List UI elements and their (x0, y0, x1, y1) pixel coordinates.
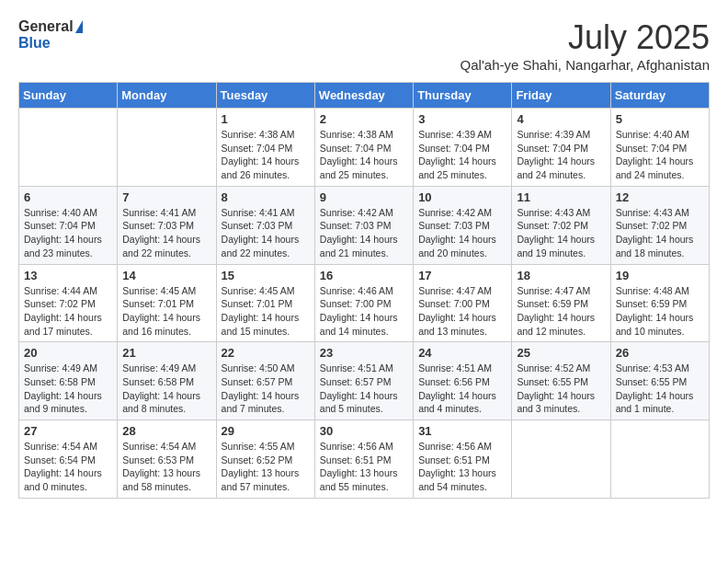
calendar-week-row: 20Sunrise: 4:49 AM Sunset: 6:58 PM Dayli… (19, 342, 710, 420)
calendar-cell: 21Sunrise: 4:49 AM Sunset: 6:58 PM Dayli… (118, 342, 216, 420)
calendar-cell: 9Sunrise: 4:42 AM Sunset: 7:03 PM Daylig… (314, 186, 413, 264)
calendar-cell: 29Sunrise: 4:55 AM Sunset: 6:52 PM Dayli… (216, 420, 314, 499)
day-info: Sunrise: 4:38 AM Sunset: 7:04 PM Dayligh… (320, 128, 408, 182)
calendar-header-monday: Monday (118, 83, 216, 109)
day-info: Sunrise: 4:39 AM Sunset: 7:04 PM Dayligh… (418, 128, 506, 182)
day-number: 31 (418, 424, 506, 438)
day-info: Sunrise: 4:45 AM Sunset: 7:01 PM Dayligh… (222, 284, 310, 339)
calendar-cell: 31Sunrise: 4:56 AM Sunset: 6:51 PM Dayli… (414, 420, 512, 499)
day-number: 27 (24, 424, 112, 438)
calendar-cell: 3Sunrise: 4:39 AM Sunset: 7:04 PM Daylig… (414, 109, 512, 187)
day-info: Sunrise: 4:51 AM Sunset: 6:57 PM Dayligh… (320, 362, 408, 416)
day-info: Sunrise: 4:50 AM Sunset: 6:57 PM Dayligh… (222, 362, 310, 416)
day-info: Sunrise: 4:47 AM Sunset: 7:00 PM Dayligh… (418, 284, 506, 339)
day-number: 15 (222, 269, 310, 282)
day-info: Sunrise: 4:51 AM Sunset: 6:56 PM Dayligh… (418, 362, 506, 416)
day-number: 26 (616, 346, 704, 360)
calendar-week-row: 6Sunrise: 4:40 AM Sunset: 7:04 PM Daylig… (19, 186, 710, 264)
day-number: 9 (320, 190, 408, 204)
calendar-cell (19, 109, 118, 187)
calendar-cell: 30Sunrise: 4:56 AM Sunset: 6:51 PM Dayli… (314, 420, 413, 499)
day-number: 18 (517, 269, 605, 282)
calendar-cell: 5Sunrise: 4:40 AM Sunset: 7:04 PM Daylig… (610, 109, 709, 187)
calendar-cell: 14Sunrise: 4:45 AM Sunset: 7:01 PM Dayli… (118, 264, 216, 342)
calendar-cell (610, 420, 709, 499)
logo-blue-text: Blue (18, 35, 83, 52)
calendar-header-saturday: Saturday (610, 83, 709, 109)
day-info: Sunrise: 4:42 AM Sunset: 7:03 PM Dayligh… (418, 206, 506, 260)
month-title: July 2025 (461, 18, 710, 57)
day-info: Sunrise: 4:39 AM Sunset: 7:04 PM Dayligh… (517, 128, 605, 182)
day-number: 30 (320, 424, 408, 438)
day-number: 1 (222, 112, 310, 126)
day-info: Sunrise: 4:40 AM Sunset: 7:04 PM Dayligh… (24, 206, 112, 260)
day-info: Sunrise: 4:54 AM Sunset: 6:54 PM Dayligh… (24, 440, 112, 494)
day-number: 17 (418, 269, 506, 282)
day-number: 22 (222, 346, 310, 360)
day-info: Sunrise: 4:44 AM Sunset: 7:02 PM Dayligh… (24, 284, 112, 339)
day-info: Sunrise: 4:46 AM Sunset: 7:00 PM Dayligh… (320, 284, 408, 339)
location-title: Qal'ah-ye Shahi, Nangarhar, Afghanistan (461, 57, 710, 73)
day-number: 5 (616, 112, 704, 126)
day-info: Sunrise: 4:54 AM Sunset: 6:53 PM Dayligh… (122, 440, 210, 494)
logo-general-text: General (18, 18, 74, 35)
day-info: Sunrise: 4:43 AM Sunset: 7:02 PM Dayligh… (616, 206, 704, 260)
calendar-cell: 27Sunrise: 4:54 AM Sunset: 6:54 PM Dayli… (19, 420, 118, 499)
calendar-cell (118, 109, 216, 187)
day-number: 7 (122, 190, 210, 204)
day-number: 20 (24, 346, 112, 360)
day-number: 28 (122, 424, 210, 438)
day-number: 3 (418, 112, 506, 126)
calendar-cell: 6Sunrise: 4:40 AM Sunset: 7:04 PM Daylig… (19, 186, 118, 264)
calendar-cell: 8Sunrise: 4:41 AM Sunset: 7:03 PM Daylig… (216, 186, 314, 264)
calendar-cell: 4Sunrise: 4:39 AM Sunset: 7:04 PM Daylig… (512, 109, 610, 187)
calendar-week-row: 1Sunrise: 4:38 AM Sunset: 7:04 PM Daylig… (19, 109, 710, 187)
day-number: 21 (122, 346, 210, 360)
calendar-cell: 25Sunrise: 4:52 AM Sunset: 6:55 PM Dayli… (512, 342, 610, 420)
day-info: Sunrise: 4:40 AM Sunset: 7:04 PM Dayligh… (616, 128, 704, 182)
calendar-cell: 19Sunrise: 4:48 AM Sunset: 6:59 PM Dayli… (610, 264, 709, 342)
day-info: Sunrise: 4:41 AM Sunset: 7:03 PM Dayligh… (122, 206, 210, 260)
logo: General Blue (18, 18, 83, 51)
day-number: 8 (222, 190, 310, 204)
calendar-cell: 22Sunrise: 4:50 AM Sunset: 6:57 PM Dayli… (216, 342, 314, 420)
calendar-cell (512, 420, 610, 499)
calendar-cell: 23Sunrise: 4:51 AM Sunset: 6:57 PM Dayli… (314, 342, 413, 420)
page-header: General Blue July 2025 Qal'ah-ye Shahi, … (18, 18, 710, 73)
calendar-cell: 24Sunrise: 4:51 AM Sunset: 6:56 PM Dayli… (414, 342, 512, 420)
calendar-cell: 2Sunrise: 4:38 AM Sunset: 7:04 PM Daylig… (314, 109, 413, 187)
calendar-cell: 16Sunrise: 4:46 AM Sunset: 7:00 PM Dayli… (314, 264, 413, 342)
calendar-week-row: 13Sunrise: 4:44 AM Sunset: 7:02 PM Dayli… (19, 264, 710, 342)
calendar-week-row: 27Sunrise: 4:54 AM Sunset: 6:54 PM Dayli… (19, 420, 710, 499)
day-info: Sunrise: 4:38 AM Sunset: 7:04 PM Dayligh… (222, 128, 310, 182)
logo-arrow-icon (75, 20, 83, 33)
day-number: 24 (418, 346, 506, 360)
day-info: Sunrise: 4:42 AM Sunset: 7:03 PM Dayligh… (320, 206, 408, 260)
calendar-cell: 7Sunrise: 4:41 AM Sunset: 7:03 PM Daylig… (118, 186, 216, 264)
day-info: Sunrise: 4:55 AM Sunset: 6:52 PM Dayligh… (222, 440, 310, 494)
day-number: 29 (222, 424, 310, 438)
day-info: Sunrise: 4:47 AM Sunset: 6:59 PM Dayligh… (517, 284, 605, 339)
day-info: Sunrise: 4:45 AM Sunset: 7:01 PM Dayligh… (122, 284, 210, 339)
day-info: Sunrise: 4:49 AM Sunset: 6:58 PM Dayligh… (24, 362, 112, 416)
day-number: 2 (320, 112, 408, 126)
calendar-cell: 1Sunrise: 4:38 AM Sunset: 7:04 PM Daylig… (216, 109, 314, 187)
calendar-header-tuesday: Tuesday (216, 83, 314, 109)
calendar-cell: 10Sunrise: 4:42 AM Sunset: 7:03 PM Dayli… (414, 186, 512, 264)
calendar-header-sunday: Sunday (19, 83, 118, 109)
calendar-header-friday: Friday (512, 83, 610, 109)
calendar-header-row: SundayMondayTuesdayWednesdayThursdayFrid… (19, 83, 710, 109)
calendar-table: SundayMondayTuesdayWednesdayThursdayFrid… (18, 82, 710, 499)
calendar-cell: 17Sunrise: 4:47 AM Sunset: 7:00 PM Dayli… (414, 264, 512, 342)
day-number: 16 (320, 269, 408, 282)
day-number: 6 (24, 190, 112, 204)
calendar-cell: 12Sunrise: 4:43 AM Sunset: 7:02 PM Dayli… (610, 186, 709, 264)
calendar-cell: 15Sunrise: 4:45 AM Sunset: 7:01 PM Dayli… (216, 264, 314, 342)
day-info: Sunrise: 4:52 AM Sunset: 6:55 PM Dayligh… (517, 362, 605, 416)
calendar-cell: 18Sunrise: 4:47 AM Sunset: 6:59 PM Dayli… (512, 264, 610, 342)
calendar-cell: 26Sunrise: 4:53 AM Sunset: 6:55 PM Dayli… (610, 342, 709, 420)
day-number: 19 (616, 269, 704, 282)
day-info: Sunrise: 4:49 AM Sunset: 6:58 PM Dayligh… (122, 362, 210, 416)
day-number: 23 (320, 346, 408, 360)
calendar-header-thursday: Thursday (414, 83, 512, 109)
